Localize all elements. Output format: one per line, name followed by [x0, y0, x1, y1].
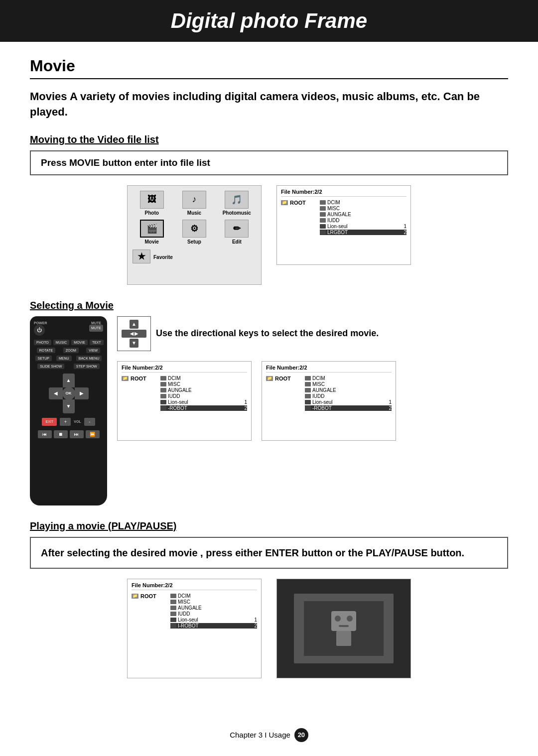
menu-item-favorite: ★ Favorite — [133, 250, 256, 265]
back-menu-button[interactable]: BACK MENU — [76, 356, 102, 361]
video-icon — [305, 400, 311, 404]
directional-instruction: ▲ ◀ ▶ ▼ Use the directional keys to sele… — [117, 316, 508, 351]
mute-button[interactable]: MUTE — [89, 325, 103, 332]
svg-point-3 — [335, 616, 341, 622]
dual-file-row: File Number:2/2 📁 ROOT DCIM MISC — [117, 361, 508, 441]
folder-icon — [160, 376, 166, 380]
ff-button[interactable]: ⏩ — [86, 430, 100, 438]
music-button[interactable]: MUSIC — [53, 340, 70, 345]
file-list-left-2: 📁 ROOT — [122, 376, 156, 411]
page-footer: Chapter 3 I Usage 20 — [0, 718, 538, 752]
root-icon-2: 📁 — [122, 376, 129, 381]
video-icon — [170, 624, 176, 628]
menu-item-setup: ⚙ Setup — [175, 220, 213, 245]
selecting-heading: Selecting a Movie — [30, 300, 508, 311]
edit-icon: ✏ — [225, 220, 249, 238]
list-item: MISC — [305, 381, 392, 387]
vol-label: VOL — [74, 420, 81, 423]
file-list-body-3: 📁 ROOT DCIM MISC AUNGALE IUDD Lion-seul1 — [266, 376, 392, 411]
root-label-4: 📁 ROOT — [132, 593, 156, 599]
zoom-button[interactable]: ZOOM — [63, 348, 79, 353]
selecting-section: Selecting a Movie POWER ⏻ MUTE MUTE — [30, 300, 508, 505]
photo-button[interactable]: PHOTO — [34, 340, 51, 345]
file-list-right-2: DCIM MISC AUNGALE IUDD Lion-seul1 -ROBOT… — [160, 376, 247, 411]
remote-nav-row-4: SLIDE SHOW STEP SHOW — [34, 364, 103, 369]
page-header: Digital photo Frame — [0, 0, 538, 42]
dpad-center-button[interactable]: OK — [62, 387, 75, 400]
playing-instruction: After selecting the desired movie , pres… — [30, 537, 508, 569]
video-icon — [160, 400, 166, 404]
list-item: Lion-seul1 — [170, 617, 257, 623]
folder-icon — [160, 382, 166, 386]
file-list-right-1: DCIM MISC AUNGALE IUDD Lion-seul1 LRGBOT… — [320, 200, 406, 236]
root-label-3: 📁 ROOT — [266, 376, 291, 381]
menu-item-music: ♪ Music — [175, 191, 213, 216]
list-item: AUNGALE — [305, 387, 392, 393]
selecting-content: ▲ ◀ ▶ ▼ Use the directional keys to sele… — [117, 316, 508, 453]
dpad-down-button[interactable]: ▼ — [63, 399, 75, 413]
chapter-badge: Chapter 3 I Usage 20 — [230, 728, 308, 742]
file-list-root-1: 📁 ROOT — [281, 200, 306, 206]
rotate-button[interactable]: ROTATE — [37, 348, 55, 353]
svg-rect-5 — [339, 625, 349, 627]
dpad-right-button[interactable]: ▶ — [75, 387, 89, 399]
folder-icon — [320, 200, 326, 205]
video-icon — [160, 406, 166, 410]
svg-point-4 — [347, 616, 353, 622]
remote-container: POWER ⏻ MUTE MUTE PHOTO MUSIC MOVIE TE — [30, 316, 107, 505]
list-item: Lion-seul1 — [160, 399, 247, 405]
exit-button[interactable]: EXIT — [42, 418, 57, 426]
file-list-screenshot-1: File Number:2/2 📁 ROOT DCIM MISC AUNGALE… — [276, 185, 411, 265]
video-icon — [170, 618, 176, 622]
menu-item-edit: ✏ Edit — [218, 220, 256, 245]
file-list-header-1: File Number:2/2 — [281, 189, 406, 197]
folder-icon — [305, 394, 311, 398]
dpad-left-button[interactable]: ◀ — [49, 387, 63, 399]
root-folder-icon: 📁 — [281, 200, 288, 205]
root-icon-3: 📁 — [266, 376, 273, 381]
list-item: AUNGALE — [170, 605, 257, 611]
folder-icon — [320, 206, 326, 211]
slideshow-button[interactable]: SLIDE SHOW — [37, 364, 64, 369]
video-icon — [320, 224, 326, 229]
folder-icon — [170, 606, 176, 610]
folder-icon — [160, 394, 166, 398]
svg-rect-1 — [331, 611, 356, 631]
remote-nav-row-2: ROTATE ZOOM VIEW — [34, 348, 103, 353]
movie-icon: 🎬 — [140, 220, 164, 238]
step-show-button[interactable]: STEP SHOW — [74, 364, 100, 369]
folder-icon — [320, 212, 326, 217]
folder-icon — [305, 376, 311, 380]
remote-control: POWER ⏻ MUTE MUTE PHOTO MUSIC MOVIE TE — [30, 316, 107, 505]
list-item: -ROBOT2 — [160, 405, 247, 411]
dpad-up-button[interactable]: ▲ — [63, 374, 75, 387]
favorite-icon: ★ — [133, 250, 150, 263]
file-list-header-4: File Number:2/2 — [132, 582, 257, 590]
video-frame — [294, 594, 394, 663]
setup-button[interactable]: SETUP — [35, 356, 52, 361]
prev-button[interactable]: ⏮ — [38, 430, 52, 438]
list-item: Lion-seul1 — [320, 224, 406, 229]
down-key: ▼ — [130, 339, 138, 348]
file-list-header-3: File Number:2/2 — [266, 365, 392, 373]
view-button[interactable]: VIEW — [86, 348, 100, 353]
folder-icon — [305, 388, 311, 392]
list-item: DCIM — [320, 200, 406, 205]
photomusic-icon: 🎵 — [225, 191, 249, 209]
menu-item-movie: 🎬 Movie — [133, 220, 171, 245]
folder-icon — [160, 388, 166, 392]
menu-button[interactable]: MENU — [56, 356, 72, 361]
vol-down-button[interactable]: - — [84, 418, 95, 426]
video-icon-selected — [320, 230, 326, 235]
file-list-header-2: File Number:2/2 — [122, 365, 247, 373]
text-button[interactable]: TEXT — [90, 340, 104, 345]
remote-nav-row-3: SETUP MENU BACK MENU — [34, 356, 103, 361]
root-label-2: 📁 ROOT — [122, 376, 146, 381]
list-item: Lion-seul1 — [305, 399, 392, 405]
vol-up-button[interactable]: + — [60, 418, 71, 426]
next-button[interactable]: ⏭ — [70, 430, 84, 438]
power-button[interactable]: ⏻ — [34, 325, 45, 336]
movie-button[interactable]: MOVIE — [71, 340, 88, 345]
stop-button[interactable]: ⏹ — [54, 430, 68, 438]
menu-item-photo: 🖼 Photo — [133, 191, 171, 216]
